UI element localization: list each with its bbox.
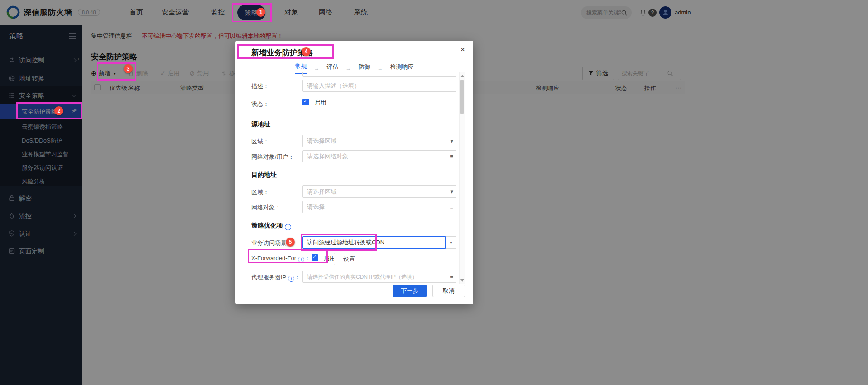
cancel-button[interactable]: 取消 [432,285,465,297]
desc-input[interactable] [302,80,456,92]
dst-zone-select[interactable] [302,185,456,198]
scroll-thumb[interactable] [460,80,464,114]
section-destination: 目的地址 [251,171,277,179]
step-defense[interactable]: 防御 [359,63,370,73]
close-icon[interactable]: × [460,45,465,54]
xff-label: X-Forwarded-Fori： [251,254,310,263]
scene-caret-button[interactable]: ▾ [446,236,456,249]
dst-object-label: 网络对象： [251,204,281,212]
status-label: 状态： [251,100,269,108]
src-zone-select[interactable] [302,135,456,147]
annotation-badge-3: 3 [124,64,133,73]
src-object-input[interactable] [302,150,456,162]
src-zone-label: 区域： [251,138,269,146]
add-policy-modal: 新增业务防护策略 × 常规 → 评估 → 防御 → 检测响应 描述： 状态： 启… [235,41,473,304]
step-detect-response[interactable]: 检测响应 [390,63,414,73]
section-source: 源地址 [251,120,270,128]
status-checkbox[interactable] [302,99,309,105]
scene-select[interactable]: 访问源经过源地址转换或CDN [302,236,446,249]
step-arrow-icon: → [378,65,383,71]
info-icon[interactable]: i [298,257,304,263]
scroll-up-icon[interactable] [460,75,464,77]
desc-label: 描述： [251,82,269,90]
step-evaluate[interactable]: 评估 [327,63,339,73]
dst-zone-label: 区域： [251,188,269,196]
annotation-badge-2: 2 [54,106,63,115]
src-object-label: 网络对象/用户： [251,153,294,161]
name-field-partial[interactable] [302,72,456,77]
step-arrow-icon: → [314,65,320,71]
next-step-button[interactable]: 下一步 [393,285,427,297]
modal-footer: 下一步 取消 [235,279,473,304]
annotation-badge-1: 1 [256,8,265,17]
annotation-badge-5: 5 [286,238,295,247]
annotation-badge-4: 4 [302,47,311,56]
modal-scrollbar[interactable] [459,72,465,284]
xff-checkbox[interactable] [312,254,318,261]
modal-form: 描述： 状态： 启用 源地址 区域： ▾ 网络对象/用户： ≡ 目的 [235,72,459,284]
dst-object-input[interactable] [302,201,456,213]
xff-settings-button[interactable]: 设置 [334,253,364,265]
info-icon[interactable]: i [285,224,291,230]
section-optimization: 策略优化项i [251,222,291,230]
status-enabled-label: 启用 [314,99,326,106]
step-arrow-icon: → [346,65,351,71]
